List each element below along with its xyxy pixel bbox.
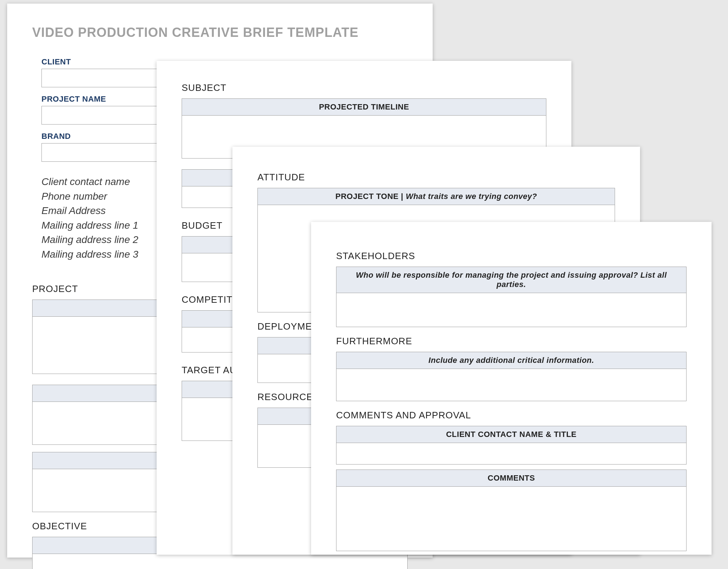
project-tone-label: PROJECT TONE xyxy=(335,192,399,201)
band-stakeholders: Who will be responsible for managing the… xyxy=(336,267,687,293)
section-title-attitude: ATTITUDE xyxy=(257,172,615,183)
band-projected-timeline: PROJECTED TIMELINE xyxy=(182,98,546,116)
document-title: VIDEO PRODUCTION CREATIVE BRIEF TEMPLATE xyxy=(32,25,408,40)
section-title-subject: SUBJECT xyxy=(182,82,546,93)
box-comments[interactable] xyxy=(336,487,687,551)
page-4: STAKEHOLDERS Who will be responsible for… xyxy=(311,222,712,555)
box-furthermore[interactable] xyxy=(336,369,687,401)
section-title-furthermore: FURTHERMORE xyxy=(336,336,687,347)
band-client-contact: CLIENT CONTACT NAME & TITLE xyxy=(336,426,687,443)
band-comments: COMMENTS xyxy=(336,470,687,487)
project-tone-sep: | xyxy=(399,192,406,201)
band-project-tone: PROJECT TONE | What traits are we trying… xyxy=(257,188,615,205)
client-contact-header: CLIENT CONTACT NAME & TITLE xyxy=(446,430,576,439)
furthermore-prompt: Include any additional critical informat… xyxy=(428,356,594,365)
comments-header: COMMENTS xyxy=(488,473,535,482)
project-tone-prompt: What traits are we trying convey? xyxy=(406,192,537,201)
section-title-stakeholders: STAKEHOLDERS xyxy=(336,251,687,262)
section-title-comments-approval: COMMENTS AND APPROVAL xyxy=(336,410,687,421)
comments-approval-stack: CLIENT CONTACT NAME & TITLE COMMENTS xyxy=(336,426,687,551)
box-stakeholders[interactable] xyxy=(336,293,687,327)
box-objective[interactable] xyxy=(32,554,408,569)
band-projected-timeline-text: PROJECTED TIMELINE xyxy=(319,102,409,111)
box-client-contact[interactable] xyxy=(336,443,687,465)
band-furthermore: Include any additional critical informat… xyxy=(336,352,687,369)
stakeholders-prompt: Who will be responsible for managing the… xyxy=(356,271,667,289)
